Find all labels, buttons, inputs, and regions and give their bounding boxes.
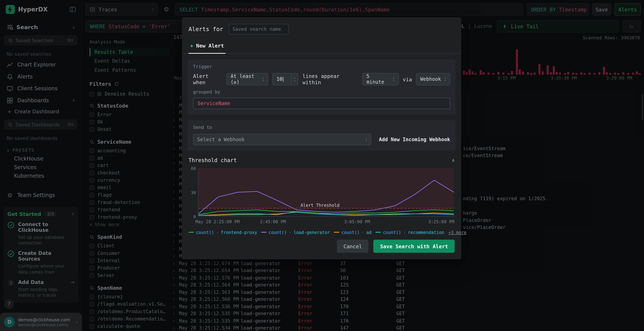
threshold-chart-y-tick: 0 (188, 215, 196, 219)
tab-new-alert[interactable]: + New Alert (188, 39, 226, 54)
threshold-chart-y-tick: 30 (188, 190, 196, 195)
threshold-chart-header[interactable]: Threshold chart ∧ (188, 157, 455, 163)
threshold-chart-plot: Alert Threshold (198, 168, 454, 217)
condition-value: At least (≥) (230, 73, 259, 85)
threshold-chart-x-axis: May 28 2:25:00 PM2:45:00 PM3:05:00 PM3:2… (198, 219, 454, 225)
alert-tabs: + New Alert (182, 39, 461, 54)
legend-separator: · (403, 230, 406, 235)
webhook-select-value: Select a Webhook (197, 137, 244, 142)
legend-count-label: count() (383, 230, 401, 235)
legend-item-ad[interactable]: count()·ad (334, 230, 372, 235)
legend-count-label: count() (196, 230, 214, 235)
chevron-updown-icon: ▴▾ (444, 77, 446, 81)
modal-body: Trigger Alert when At least (≥) ▴▾ 10 ▴▾… (182, 54, 461, 235)
threshold-chart-x-tick: May 28 2:25:00 PM (196, 219, 240, 224)
threshold-chart: Alert Threshold May 28 2:25:00 PM2:45:00… (188, 167, 455, 226)
send-to-label: Send to (193, 125, 450, 130)
modal-title: Alerts for (188, 26, 223, 32)
grouped-by-value: ServiceName (198, 100, 230, 106)
cancel-button[interactable]: Cancel (337, 240, 368, 253)
saved-search-name-input[interactable]: Saved search name (229, 24, 289, 34)
plus-icon: + (190, 43, 193, 49)
legend-line-swatch (188, 232, 194, 233)
legend-item-load-generator[interactable]: count()·load-generator (261, 230, 330, 235)
legend-separator: · (216, 230, 219, 235)
legend-line-swatch (334, 232, 339, 233)
legend-series-name: frontend-proxy (221, 230, 257, 235)
channel-select[interactable]: Webhook ▴▾ (416, 73, 450, 85)
grouped-by-label: grouped by (193, 89, 450, 95)
number-stepper[interactable]: ▴▾ (292, 73, 298, 85)
threshold-chart-x-tick: 3:05:00 PM (344, 219, 370, 224)
legend-line-swatch (376, 232, 381, 233)
chevron-up-icon[interactable]: ∧ (452, 158, 454, 163)
legend-count-label: count() (341, 230, 360, 235)
trigger-label: Trigger (193, 64, 450, 69)
trigger-row: Alert when At least (≥) ▴▾ 10 ▴▾ lines a… (193, 73, 450, 85)
threshold-chart-y-tick: 60 (188, 166, 196, 171)
add-webhook-link[interactable]: Add New Incoming Webhook (379, 137, 450, 142)
send-to-card: Send to Select a Webhook ▴▾ Add New Inco… (188, 120, 456, 151)
alert-when-text: Alert when (193, 73, 222, 85)
legend-more-link[interactable]: +3 more (448, 230, 466, 235)
text-caret (283, 76, 283, 82)
time-window-value: 5 minute (366, 73, 390, 85)
chevron-updown-icon: ▴▾ (366, 137, 367, 142)
grouped-by-input[interactable]: ServiceName (193, 98, 450, 109)
modal-footer: Cancel Save Search with Alert (182, 235, 461, 259)
trigger-card: Trigger Alert when At least (≥) ▴▾ 10 ▴▾… (188, 59, 456, 115)
legend-series-name: load-generator (294, 230, 330, 235)
condition-select[interactable]: At least (≥) ▴▾ (226, 73, 268, 85)
threshold-chart-x-tick: 2:45:00 PM (260, 219, 286, 224)
chart-legend: count()·frontend-proxycount()·load-gener… (188, 230, 455, 235)
threshold-count-input[interactable]: 10 ▴▾ (272, 73, 298, 85)
legend-item-recommendation[interactable]: count()·recommendation (376, 230, 444, 235)
via-text: via (403, 76, 412, 82)
legend-item-frontend-proxy[interactable]: count()·frontend-proxy (188, 230, 257, 235)
legend-line-swatch (261, 232, 266, 233)
legend-count-label: count() (269, 230, 287, 235)
legend-separator: · (289, 230, 292, 235)
modal-header: Alerts for Saved search name (182, 17, 461, 37)
lines-appear-text: lines appear within (302, 73, 358, 85)
chevron-updown-icon: ▴▾ (393, 77, 395, 81)
alert-threshold-label: Alert Threshold (300, 203, 340, 208)
threshold-chart-x-tick: 3:25:00 PM (428, 219, 454, 224)
time-window-select[interactable]: 5 minute ▴▾ (362, 73, 399, 85)
channel-value: Webhook (420, 76, 441, 82)
tab-label: New Alert (196, 43, 224, 49)
legend-separator: · (362, 230, 364, 235)
threshold-chart-title: Threshold chart (188, 157, 237, 163)
app-root: HyperDX Search ∧ Saved Searches ⌘K No sa… (0, 0, 644, 331)
alert-modal: Alerts for Saved search name + New Alert… (182, 17, 461, 259)
webhook-select[interactable]: Select a Webhook ▴▾ (193, 134, 371, 145)
chevron-updown-icon: ▴▾ (262, 77, 264, 81)
legend-series-name: ad (366, 230, 372, 235)
legend-series-name: recommendation (408, 230, 444, 235)
save-search-with-alert-button[interactable]: Save Search with Alert (374, 240, 455, 253)
saved-search-name-placeholder: Saved search name (232, 26, 281, 32)
threshold-count-value: 10 (276, 76, 282, 82)
